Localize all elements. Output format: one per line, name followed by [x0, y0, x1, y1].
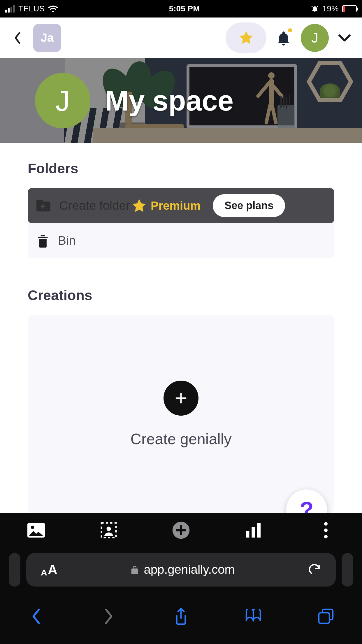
toolbar-image-button[interactable] — [24, 519, 48, 542]
toolbar-add-button[interactable] — [169, 519, 193, 542]
see-plans-button[interactable]: See plans — [213, 194, 285, 217]
reader-text-size-button[interactable]: AA — [41, 562, 57, 578]
status-left: TELUS — [5, 4, 58, 13]
avatar-button[interactable]: J — [301, 24, 329, 52]
premium-overlay: Premium See plans — [28, 188, 334, 223]
share-button[interactable] — [169, 605, 193, 628]
app-bottom-toolbar — [0, 513, 362, 548]
back-button[interactable] — [9, 29, 26, 47]
prev-tab-peek[interactable] — [9, 553, 20, 587]
svg-point-1 — [31, 526, 34, 529]
safari-chrome: AA app.genially.com — [0, 548, 362, 644]
brand-chip[interactable]: Ja — [33, 24, 61, 52]
clock-label: 5:05 PM — [169, 4, 200, 13]
notifications-button[interactable] — [273, 28, 294, 48]
status-right: 19% — [311, 4, 357, 13]
more-vertical-icon — [324, 522, 328, 538]
svg-rect-7 — [257, 523, 261, 538]
create-genially-label: Create genially — [131, 430, 232, 448]
address-bar[interactable]: AA app.genially.com — [26, 553, 336, 587]
brand-initials: Ja — [41, 31, 54, 44]
svg-rect-6 — [252, 527, 255, 538]
alarm-icon — [311, 5, 319, 13]
main-content: Folders Create folder Premium See plans … — [0, 143, 362, 513]
browser-forward-button — [97, 605, 120, 628]
plus-icon — [164, 381, 198, 416]
svg-point-3 — [106, 527, 111, 531]
premium-label: Premium — [151, 199, 201, 212]
hero-avatar: J — [35, 73, 90, 128]
premium-star-button[interactable] — [226, 22, 266, 53]
page-title: My space — [105, 84, 233, 117]
ios-status-bar: TELUS 5:05 PM 19% — [0, 0, 362, 18]
bin-row[interactable]: Bin — [28, 223, 334, 258]
svg-rect-5 — [246, 531, 249, 538]
signal-icon — [5, 5, 15, 13]
lock-icon — [131, 565, 138, 574]
toolbar-more-button[interactable] — [314, 519, 338, 542]
battery-pct-label: 19% — [322, 4, 339, 13]
browser-back-button[interactable] — [24, 605, 48, 628]
toolbar-stats-button[interactable] — [242, 519, 265, 542]
avatar-initial: J — [311, 30, 318, 46]
next-tab-peek[interactable] — [342, 553, 353, 587]
app-nav: Ja J — [0, 18, 362, 58]
create-genially-card[interactable]: Create genially — [28, 315, 334, 513]
account-menu-button[interactable] — [336, 29, 353, 47]
hero-avatar-initial: J — [55, 84, 70, 118]
folders-heading: Folders — [28, 160, 334, 176]
hero-banner: J My space — [0, 58, 362, 143]
tabs-button[interactable] — [314, 605, 338, 628]
bookmarks-button[interactable] — [242, 605, 265, 628]
create-folder-row[interactable]: Create folder Premium See plans — [28, 188, 334, 223]
creations-heading: Creations — [28, 287, 334, 303]
bin-label: Bin — [58, 234, 76, 248]
star-icon — [131, 198, 147, 214]
reload-button[interactable] — [308, 563, 321, 576]
safari-bottom-nav — [0, 592, 362, 641]
trash-icon — [36, 234, 49, 248]
battery-icon — [342, 5, 357, 12]
url-host-label: app.genially.com — [144, 563, 235, 577]
toolbar-contact-button[interactable] — [97, 519, 120, 542]
svg-rect-9 — [319, 613, 329, 623]
wifi-icon — [48, 5, 58, 13]
carrier-label: TELUS — [18, 4, 45, 13]
notification-dot — [288, 28, 292, 32]
